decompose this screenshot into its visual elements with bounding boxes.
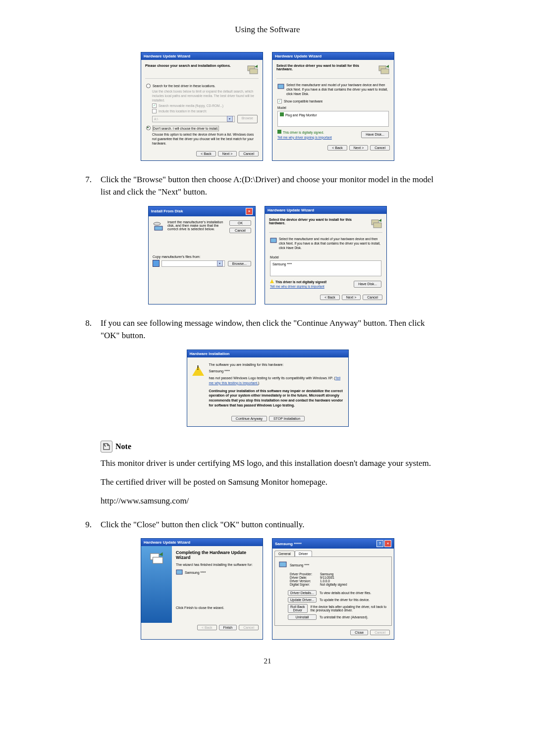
rollback-driver-button[interactable]: Roll Back Driver: [288, 604, 308, 613]
help-icon[interactable]: ?: [376, 540, 383, 547]
cancel-button[interactable]: Cancel: [370, 145, 390, 151]
checkbox-icon: ✓: [152, 103, 157, 108]
page-header: Using the Software: [84, 25, 451, 35]
wizard-title: Hardware Update Wizard: [144, 54, 190, 58]
radio-dont-search[interactable]: Don't search. I will choose the driver t…: [146, 126, 258, 131]
back-button: < Back: [197, 625, 217, 630]
finish-button[interactable]: Finish: [219, 625, 237, 630]
description-text: Select the manufacturer and model of you…: [286, 83, 389, 96]
close-icon[interactable]: ×: [246, 208, 253, 215]
radio-label: Search for the best driver in these loca…: [153, 84, 215, 88]
next-button[interactable]: Next >: [342, 295, 361, 300]
signer-label: Digital Signer:: [290, 583, 317, 586]
signed-icon: [277, 130, 281, 135]
svg-rect-8: [155, 226, 162, 230]
wizard-title: Hardware Update Wizard: [268, 208, 314, 212]
update-driver-button[interactable]: Update Driver...: [288, 597, 317, 603]
next-button[interactable]: Next >: [218, 151, 237, 156]
tab-driver[interactable]: Driver: [295, 551, 312, 556]
svg-rect-5: [280, 112, 284, 116]
back-button[interactable]: < Back: [320, 295, 340, 300]
svg-rect-15: [176, 570, 182, 574]
dropdown-icon: ▾: [217, 260, 223, 266]
radio-search-best[interactable]: Search for the best driver in these loca…: [146, 84, 258, 88]
cancel-button[interactable]: Cancel: [239, 151, 259, 156]
back-button[interactable]: < Back: [327, 145, 347, 151]
svg-rect-1: [250, 69, 258, 74]
copy-path-input[interactable]: ▾: [161, 260, 225, 267]
dialog-title: Install From Disk: [151, 209, 183, 213]
model-item: Samsung ****: [272, 262, 292, 266]
device-name: Samsung ****: [185, 571, 206, 574]
copy-from-label: Copy manufacturer's files from:: [153, 255, 251, 258]
install-from-disk-dialog: Install From Disk × Insert the manufactu…: [148, 206, 256, 304]
svg-rect-4: [278, 84, 284, 89]
info-icon: [277, 83, 284, 96]
svg-rect-16: [279, 562, 286, 567]
step-number: 7.: [84, 173, 92, 199]
stop-installation-button[interactable]: STOP Installation: [269, 416, 305, 421]
svg-rect-10: [374, 223, 381, 228]
model-list[interactable]: Plug and Play Monitor: [277, 111, 389, 127]
browse-button: Browse: [237, 115, 258, 123]
date-label: Driver Date:: [290, 576, 317, 579]
hardware-wizard-icon: [378, 64, 390, 76]
option-description: Choose this option to select the device …: [152, 132, 258, 146]
ok-button[interactable]: OK: [229, 220, 251, 226]
note-paragraph: This monitor driver is under certifying …: [101, 458, 441, 468]
checkbox-removable-media[interactable]: ✓ Search removable media (floppy, CD-ROM…: [152, 103, 258, 108]
monitor-icon: [279, 561, 287, 569]
close-icon[interactable]: ×: [384, 540, 391, 547]
device-name: Samsung ****: [290, 563, 309, 567]
next-button[interactable]: Next >: [349, 145, 368, 151]
drive-icon: [153, 260, 160, 267]
note-url: http://www.samsung.com/: [101, 496, 441, 506]
signing-link[interactable]: Tell me why driver signing is important: [270, 285, 324, 288]
signed-text: This driver is digitally signed.: [283, 130, 324, 135]
rollback-desc: If the device fails after updating the d…: [311, 605, 387, 612]
note-title: Note: [115, 442, 131, 451]
browse-button[interactable]: Browse...: [228, 261, 251, 266]
close-button[interactable]: Close: [350, 630, 368, 635]
warning-icon: [270, 279, 274, 284]
checkbox-show-compatible[interactable]: ✓ Show compatible hardware: [277, 99, 389, 103]
uninstall-desc: To uninstall the driver (Advanced).: [320, 615, 368, 619]
description-text: Select the manufacturer and model of you…: [279, 237, 381, 250]
radio-icon: [146, 126, 151, 130]
device-name: Samsung ****: [209, 369, 343, 374]
step-number: 8.: [84, 317, 92, 342]
wizard-subhead: Select the device driver you want to ins…: [269, 218, 369, 225]
checkbox-include-location[interactable]: Include this location in the search:: [152, 109, 258, 113]
checkbox-icon: [152, 109, 157, 113]
wizard-select-driver-samsung-window: Hardware Update Wizard Select the device…: [265, 206, 387, 304]
signing-link[interactable]: Tell me why driver signing is important: [277, 136, 332, 139]
back-button[interactable]: < Back: [196, 151, 216, 156]
have-disk-button[interactable]: Have Disk...: [354, 281, 381, 288]
option-description: Use the check boxes below to limit or ex…: [152, 89, 258, 102]
not-signed-text: This driver is not digitally signed!: [275, 280, 327, 284]
dropdown-icon: ▾: [227, 116, 233, 122]
signer-value: Not digitally signed: [320, 583, 347, 586]
driver-details-button[interactable]: Driver Details...: [288, 590, 317, 596]
tab-general[interactable]: General: [274, 551, 295, 556]
have-disk-button[interactable]: Have Disk...: [361, 131, 389, 138]
info-icon: [270, 237, 277, 250]
disk-icon: [153, 220, 163, 231]
signed-icon: [280, 112, 284, 117]
cancel-button[interactable]: Cancel: [363, 295, 382, 300]
model-list[interactable]: Samsung ****: [270, 260, 381, 276]
provider-value: Samsung: [320, 572, 333, 576]
checkbox-label: Show compatible hardware: [284, 99, 322, 103]
continue-anyway-button[interactable]: Continue Anyway: [231, 416, 267, 421]
window-title: Samsung *****: [275, 542, 302, 546]
svg-point-7: [154, 222, 160, 225]
radio-icon: [146, 84, 151, 88]
wizard-subhead: Please choose your search and installati…: [145, 64, 231, 67]
wizard-title: Hardware Update Wizard: [275, 54, 321, 58]
uninstall-button[interactable]: Uninstall: [288, 614, 317, 620]
page-number: 21: [84, 657, 451, 665]
update-desc: To update the driver for this device.: [320, 598, 370, 602]
details-desc: To view details about the driver files.: [320, 591, 371, 595]
note-paragraph: The certified driver will be posted on S…: [101, 477, 441, 487]
cancel-button[interactable]: Cancel: [229, 228, 251, 233]
